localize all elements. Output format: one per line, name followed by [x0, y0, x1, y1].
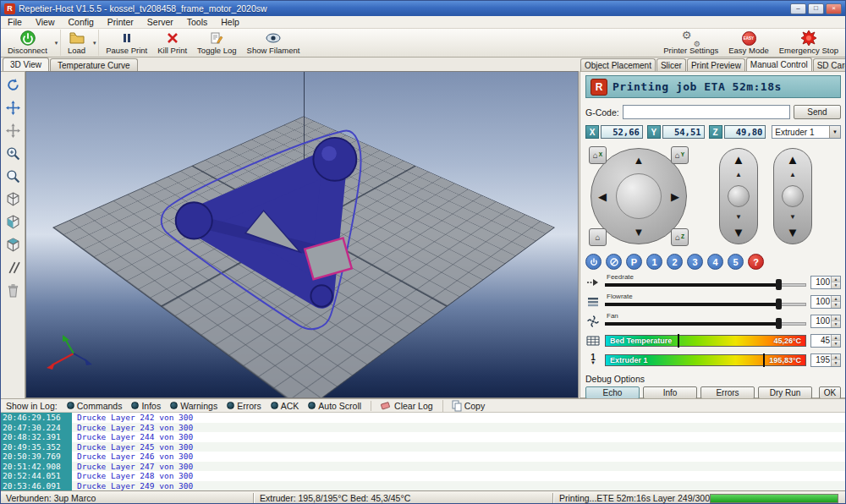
errors-button[interactable]: Errors: [700, 386, 755, 399]
tab-sd-card[interactable]: SD Card: [813, 58, 846, 71]
isometric-view-button[interactable]: [3, 189, 23, 209]
echo-button[interactable]: Echo: [585, 386, 640, 399]
extruder-toggle-button[interactable]: 1 ▼: [585, 354, 601, 365]
extruder-move-control[interactable]: ▲ ▲ ▼ ▼: [773, 148, 812, 244]
menu-help[interactable]: Help: [214, 17, 246, 27]
emergency-stop-button[interactable]: Emergency Stop: [774, 30, 843, 56]
fan-slider[interactable]: Fan: [605, 314, 806, 328]
chevron-down-icon[interactable]: ▼: [829, 126, 840, 138]
move-object-button[interactable]: [3, 98, 23, 118]
gcode-input[interactable]: [623, 105, 790, 119]
printer-settings-button[interactable]: ⚙⚙ Printer Settings: [658, 30, 723, 56]
tab-print-preview[interactable]: Print Preview: [687, 58, 745, 71]
info-button[interactable]: Info: [643, 386, 697, 399]
spin-up-icon[interactable]: ▲: [832, 335, 840, 342]
feedrate-slider[interactable]: Feedrate: [605, 275, 806, 289]
show-filament-button[interactable]: Show Filament: [242, 30, 305, 56]
easy-mode-button[interactable]: EASY Easy Mode: [723, 30, 774, 56]
close-button[interactable]: ×: [826, 3, 842, 14]
spin-down-icon[interactable]: ▼: [832, 302, 840, 308]
extruder-temp-spinbox[interactable]: 195 ▲▼: [810, 353, 841, 367]
move-y-minus-button[interactable]: ▼: [634, 227, 645, 238]
parallel-projection-button[interactable]: [3, 258, 23, 277]
spin-up-icon[interactable]: ▲: [832, 277, 840, 283]
preset-4-button[interactable]: 4: [707, 254, 723, 270]
bed-temp-spinbox[interactable]: 45 ▲▼: [810, 334, 841, 348]
preset-3-button[interactable]: 3: [687, 254, 703, 270]
toggle-commands[interactable]: Commands: [67, 401, 123, 411]
front-view-button[interactable]: [3, 212, 23, 232]
tab-slicer[interactable]: Slicer: [656, 58, 686, 71]
menu-config[interactable]: Config: [62, 17, 101, 27]
park-button[interactable]: P: [626, 254, 642, 270]
rotate-view-button[interactable]: [3, 75, 23, 95]
bed-toggle-button[interactable]: [585, 336, 601, 346]
spin-down-icon[interactable]: ▼: [832, 321, 840, 327]
flowrate-slider[interactable]: Flowrate: [605, 294, 806, 309]
spin-up-icon[interactable]: ▲: [832, 354, 840, 361]
move-viewpoint-button[interactable]: [3, 121, 23, 140]
copy-button[interactable]: Copy: [442, 400, 486, 412]
home-all-button[interactable]: ⌂: [589, 228, 607, 246]
pause-print-button[interactable]: Pause Print: [101, 30, 152, 56]
z-down-fast-button[interactable]: ▼: [733, 227, 745, 238]
home-y-button[interactable]: ⌂Y: [671, 146, 689, 164]
spin-up-icon[interactable]: ▲: [832, 315, 840, 322]
move-y-plus-button[interactable]: ▲: [634, 155, 645, 166]
tab-3d-view[interactable]: 3D View: [3, 58, 49, 71]
zoom-view-button[interactable]: [3, 167, 23, 186]
preset-1-button[interactable]: 1: [646, 254, 662, 270]
z-center-knob[interactable]: [728, 185, 750, 207]
tab-object-placement[interactable]: Object Placement: [580, 58, 656, 71]
toggle-errors[interactable]: Errors: [227, 401, 261, 411]
dry-run-button[interactable]: Dry Run: [758, 386, 812, 399]
load-dropdown[interactable]: ▾: [91, 30, 99, 56]
toggle-infos[interactable]: Infos: [131, 401, 161, 411]
menu-view[interactable]: View: [29, 17, 62, 27]
xy-move-pad[interactable]: ▲ ▼ ◀ ▶ ⌂X ⌂Y ⌂ ⌂Z: [591, 148, 687, 244]
feedrate-spinbox[interactable]: 100 ▲▼: [810, 276, 841, 289]
load-button[interactable]: Load: [63, 30, 91, 56]
power-button[interactable]: [585, 254, 602, 270]
feedrate-slider-handle[interactable]: [776, 279, 782, 290]
disconnect-dropdown[interactable]: ▾: [52, 30, 61, 56]
flowrate-slider-handle[interactable]: [776, 299, 782, 310]
tab-manual-control[interactable]: Manual Control: [746, 58, 812, 71]
toggle-log-button[interactable]: Toggle Log: [192, 30, 241, 56]
spin-down-icon[interactable]: ▼: [832, 341, 840, 347]
kill-print-button[interactable]: Kill Print: [152, 30, 192, 56]
delete-object-button[interactable]: [3, 281, 23, 300]
home-z-button[interactable]: ⌂Z: [671, 228, 689, 246]
z-up-fast-button[interactable]: ▲: [733, 155, 745, 165]
zoom-in-button[interactable]: [3, 144, 23, 163]
motors-off-button[interactable]: [606, 254, 622, 270]
z-up-slow-button[interactable]: ▲: [735, 172, 742, 178]
retract-fast-button[interactable]: ▲: [787, 155, 799, 165]
minimize-button[interactable]: –: [790, 3, 806, 14]
title-bar[interactable]: R Repetier-Host V1.5.5 - kossel_tv208458…: [1, 1, 845, 16]
move-x-plus-button[interactable]: ▶: [671, 191, 679, 202]
menu-printer[interactable]: Printer: [101, 17, 140, 27]
log-output[interactable]: 20:46:29.156Drucke Layer 242 von 300 20:…: [1, 413, 846, 490]
clear-log-button[interactable]: Clear Log: [371, 401, 433, 411]
extrude-fast-button[interactable]: ▼: [787, 227, 799, 238]
spin-down-icon[interactable]: ▼: [832, 360, 840, 366]
extruder-temperature-bar[interactable]: Extruder 1 195,83°C: [605, 354, 806, 366]
toggle-auto-scroll[interactable]: Auto Scroll: [308, 401, 361, 411]
move-x-minus-button[interactable]: ◀: [598, 191, 607, 202]
toggle-warnings[interactable]: Warnings: [170, 401, 217, 411]
ok-button[interactable]: OK: [819, 386, 841, 399]
tab-temperature-curve[interactable]: Temperature Curve: [50, 58, 138, 71]
fan-spinbox[interactable]: 100 ▲▼: [810, 315, 841, 328]
help-button[interactable]: ?: [748, 254, 764, 270]
send-button[interactable]: Send: [794, 105, 841, 119]
extruder-center-knob[interactable]: [782, 185, 804, 207]
spin-down-icon[interactable]: ▼: [832, 282, 840, 288]
menu-tools[interactable]: Tools: [180, 17, 215, 27]
preset-5-button[interactable]: 5: [728, 254, 744, 270]
extruder-select[interactable]: Extruder 1 ▼: [772, 125, 841, 139]
3d-viewport[interactable]: [25, 71, 579, 398]
retract-slow-button[interactable]: ▲: [789, 172, 796, 178]
toggle-ack[interactable]: ACK: [271, 401, 299, 411]
z-down-slow-button[interactable]: ▼: [735, 214, 742, 221]
